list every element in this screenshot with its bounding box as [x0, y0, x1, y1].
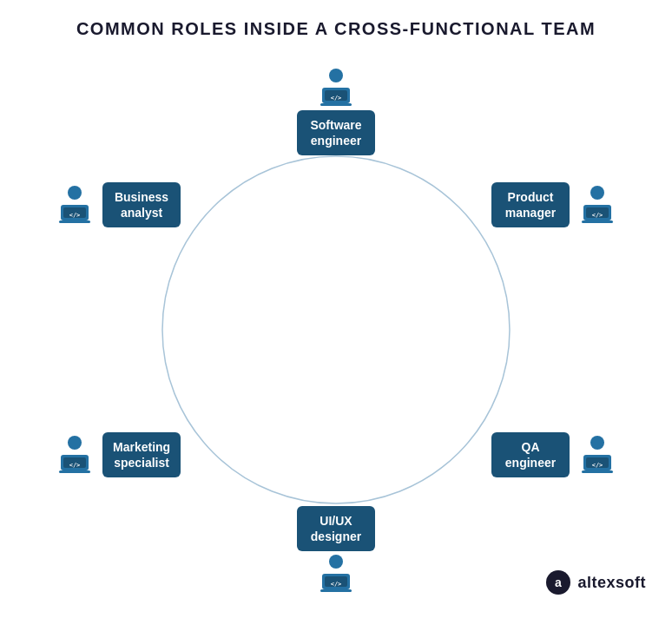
role-node-product: Product manager </> [491, 182, 620, 227]
svg-text:</>: </> [592, 212, 603, 219]
svg-point-6 [590, 186, 604, 200]
svg-point-1 [329, 69, 343, 82]
logo-text: altexsoft [577, 574, 646, 592]
svg-text:a: a [556, 576, 563, 589]
role-box-software: Software engineer [297, 110, 375, 155]
logo-icon: a [544, 569, 572, 596]
role-box-qa: QA engineer [491, 432, 570, 477]
altexsoft-logo: a altexsoft [544, 569, 646, 596]
role-box-business: Business analyst [102, 182, 181, 227]
diagram-container: </> Software engineer Product manager </… [0, 48, 672, 612]
svg-rect-15 [582, 470, 613, 473]
person-icon-uiux: </> [313, 551, 359, 596]
role-box-marketing: Marketing specialist [102, 432, 181, 477]
svg-rect-20 [320, 589, 352, 592]
circle-diagram [154, 148, 518, 512]
person-icon-product: </> [575, 182, 620, 227]
role-box-product: Product manager [491, 182, 570, 227]
role-node-qa: QA engineer </> [491, 432, 620, 477]
person-icon-marketing: </> [52, 432, 97, 477]
role-node-marketing: </> Marketing specialist [52, 432, 181, 477]
role-node-uiux: UI/UX designer </> [297, 506, 375, 596]
svg-point-21 [68, 436, 82, 450]
svg-text:</>: </> [331, 581, 342, 588]
page-title: COMMON ROLES INSIDE A CROSS-FUNCTIONAL T… [0, 0, 672, 48]
role-node-business: </> Business analyst [52, 182, 181, 227]
svg-text:</>: </> [331, 95, 342, 102]
svg-text:</>: </> [69, 462, 81, 469]
svg-text:</>: </> [69, 212, 81, 219]
svg-point-26 [68, 186, 82, 200]
role-node-software: </> Software engineer [297, 65, 375, 155]
person-icon-software: </> [313, 65, 359, 110]
svg-point-16 [329, 555, 343, 569]
svg-rect-5 [320, 103, 352, 106]
svg-rect-30 [59, 220, 90, 223]
svg-point-11 [590, 436, 604, 450]
svg-rect-10 [582, 220, 613, 223]
person-icon-business: </> [52, 182, 97, 227]
svg-text:</>: </> [592, 462, 603, 469]
role-box-uiux: UI/UX designer [297, 506, 375, 551]
svg-point-0 [162, 156, 510, 503]
person-icon-qa: </> [575, 432, 620, 477]
svg-rect-25 [59, 470, 90, 473]
